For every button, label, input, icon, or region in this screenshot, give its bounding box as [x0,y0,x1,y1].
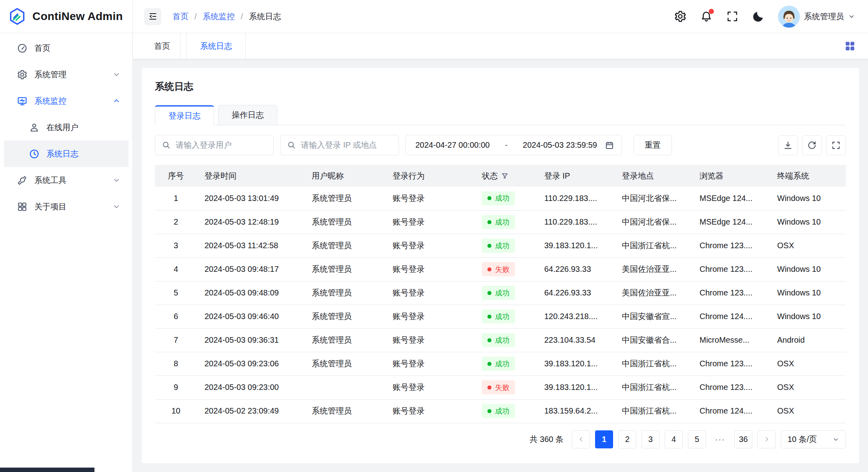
chevron-right-icon [763,436,770,443]
pagination-next-button[interactable] [758,430,776,448]
sidebar-item-label: 系统监控 [34,96,106,106]
cell-os: Windows 10 [770,257,846,281]
table-row: 7 2024-05-03 09:36:31 系统管理员 账号登录 成功 223.… [155,328,846,352]
tab-label: 登录日志 [168,110,200,121]
cell-nickname: 系统管理员 [304,234,385,257]
sidebar-item-online-users[interactable]: 在线用户 [0,114,132,141]
sidebar-item-home[interactable]: 首页 [0,35,132,61]
cell-os: Android [770,328,846,352]
tab-operation-log[interactable]: 操作日志 [218,105,277,125]
cell-login-time: 2024-05-03 09:23:06 [197,352,304,376]
table-row: 2 2024-05-03 12:48:19 系统管理员 账号登录 成功 110.… [155,210,846,234]
sidebar-item-system-monitor[interactable]: 系统监控 [0,88,132,114]
cell-login-time: 2024-05-03 11:42:58 [197,234,304,257]
page-size-select[interactable]: 10 条/页 [781,430,846,448]
date-start: 2024-04-27 00:00:00 [415,141,492,150]
breadcrumb-item-home[interactable]: 首页 [172,11,188,22]
page-button[interactable]: 1 [595,430,613,448]
cell-browser: Chrome 123.... [692,281,770,305]
login-user-input[interactable] [175,140,267,150]
page-button[interactable]: 3 [641,430,660,448]
cell-index: 9 [155,376,197,399]
settings-button[interactable] [674,10,687,23]
dark-mode-button[interactable] [752,10,765,23]
date-end: 2024-05-03 23:59:59 [520,141,605,150]
cell-location: 中国浙江省杭... [614,399,692,423]
history-clock-icon [29,149,40,159]
reset-button[interactable]: 重置 [633,135,672,155]
tab-login-log[interactable]: 登录日志 [155,105,214,125]
login-ip-input[interactable] [300,140,392,150]
sidebar-collapse-button[interactable] [144,8,161,25]
logo-row[interactable]: ContiNew Admin [0,0,132,33]
chevron-down-icon [848,13,855,20]
sidebar-menu: 首页 系统管理 系统监控 在线用户 [0,33,132,220]
sidebar-item-system-tools[interactable]: 系统工具 [0,167,132,193]
cell-browser: MSEdge 124... [692,210,770,234]
user-menu[interactable]: 系统管理员 [778,6,855,28]
table-row: 5 2024-05-03 09:48:09 系统管理员 账号登录 成功 64.2… [155,281,846,305]
sidebar-item-about-project[interactable]: 关于项目 [0,193,132,220]
main-area: 首页 / 系统监控 / 系统日志 [133,0,868,472]
moon-icon [752,10,765,23]
cell-behavior: 账号登录 [385,281,474,305]
export-button[interactable] [778,135,798,155]
cell-index: 6 [155,305,197,328]
cell-browser: Chrome 123.... [692,352,770,376]
fullscreen-button[interactable] [726,10,739,23]
cell-location: 美国佐治亚亚... [614,257,692,281]
refresh-icon [807,141,817,150]
search-icon [162,141,170,149]
sidebar-item-label: 系统工具 [34,175,106,186]
workspace-tab-label: 系统日志 [200,41,232,52]
app-logo-icon [8,7,26,26]
date-separator: - [492,141,520,150]
page-button[interactable]: 5 [688,430,706,448]
cell-browser: MicroMesse... [692,328,770,352]
sidebar-item-label: 关于项目 [34,201,106,212]
sidebar-item-label: 在线用户 [46,122,120,133]
sidebar-item-system-management[interactable]: 系统管理 [0,61,132,88]
cell-location: 美国佐治亚亚... [614,281,692,305]
table-fullscreen-button[interactable] [826,135,846,155]
fullscreen-icon [726,10,739,23]
page-button[interactable]: 36 [734,430,752,448]
filter-funnel-icon[interactable] [501,173,508,179]
status-dot [487,362,491,366]
workspace-tab-system-log[interactable]: 系统日志 [186,33,246,59]
cell-status: 成功 [474,399,537,423]
cell-ip: 39.183.120.1... [537,376,614,399]
status-badge: 成功 [482,286,515,300]
cell-behavior: 账号登录 [385,234,474,257]
tab-actions-button[interactable] [844,40,856,52]
status-badge: 失败 [482,380,515,394]
status-dot [487,267,491,271]
cell-nickname: 系统管理员 [304,399,385,423]
sidebar-item-system-log[interactable]: 系统日志 [4,141,128,167]
status-text: 成功 [495,406,509,416]
page-button[interactable]: 2 [618,430,636,448]
page-button[interactable]: 4 [665,430,683,448]
cell-os: Windows 10 [770,281,846,305]
col-index: 序号 [155,165,197,187]
pagination-prev-button[interactable] [572,430,590,448]
notification-badge [709,9,714,14]
notifications-button[interactable] [700,10,713,23]
breadcrumb-item-monitor[interactable]: 系统监控 [203,11,235,22]
status-text: 失败 [495,383,509,392]
cell-login-time: 2024-05-03 09:48:09 [197,281,304,305]
cell-ip: 183.159.64.2... [537,399,614,423]
col-nickname: 用户昵称 [304,165,385,187]
page-ellipsis[interactable]: ··· [711,430,729,448]
cell-nickname: 系统管理员 [304,328,385,352]
cell-login-time: 2024-05-03 09:46:40 [197,305,304,328]
col-status: 状态 [474,165,537,187]
dashboard-icon [17,43,28,54]
workspace-tab-home[interactable]: 首页 [144,33,180,59]
date-range-picker[interactable]: 2024-04-27 00:00:00 - 2024-05-03 23:59:5… [405,135,622,155]
cell-browser: Chrome 123.... [692,376,770,399]
cell-behavior: 账号登录 [385,399,474,423]
tabbar-actions [844,33,868,59]
refresh-button[interactable] [802,135,822,155]
avatar [778,6,800,28]
